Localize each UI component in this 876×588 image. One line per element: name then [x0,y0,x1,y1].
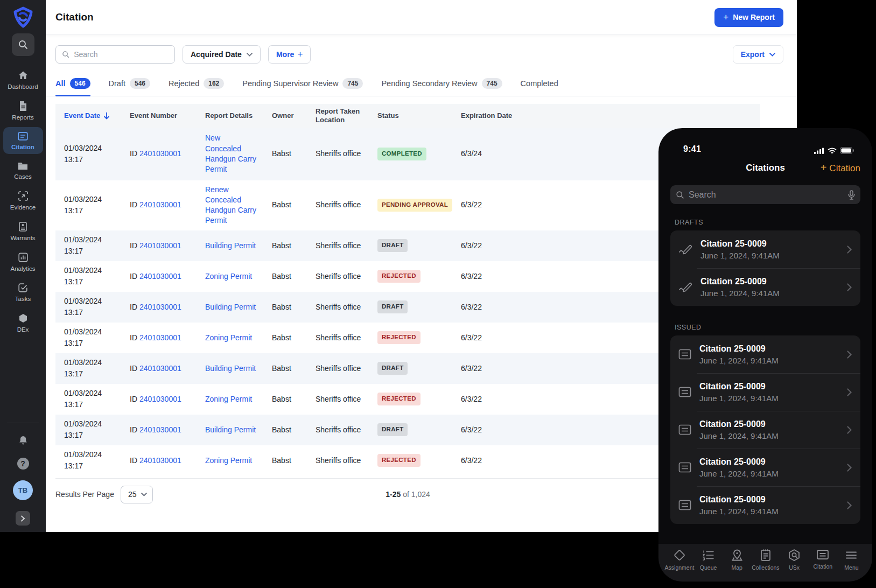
sidebar-item-analytics[interactable]: Analytics [3,248,43,276]
table-row[interactable]: 01/03/2024 13:17 ID 2401030001 Zoning Pe… [55,323,760,353]
event-number-link[interactable]: 2401030001 [139,149,181,158]
table-row[interactable]: 01/03/2024 13:17 ID 2401030001 Building … [55,415,760,445]
sidebar-search-button[interactable] [12,33,34,56]
column-header-owner[interactable]: Owner [263,108,307,123]
column-header-event-date[interactable]: Event Date [55,108,121,123]
report-details-link[interactable]: Renew Concealed Handgun Carry Permit [205,185,256,225]
sidebar-item-evidence[interactable]: Evidence [3,186,43,214]
table-row[interactable]: 01/03/2024 13:17 ID 2401030001 Building … [55,230,760,261]
more-filters-button[interactable]: More + [268,45,311,64]
event-number-link[interactable]: 2401030001 [139,303,181,311]
search-box[interactable] [55,45,175,64]
export-button[interactable]: Export [733,45,783,64]
column-header-location[interactable]: Report Taken Location [307,104,369,128]
draft-citation-item[interactable]: Citation 25-0009 June 1, 2024, 9:41AM [670,230,860,268]
event-date-cell: 01/03/2024 13:17 [55,139,121,169]
microphone-icon[interactable] [848,190,855,200]
tab-label: Pending Secondary Review [381,79,477,88]
tab[interactable]: Completed [521,78,558,96]
help-icon[interactable]: ? [17,458,29,470]
notifications-bell-icon[interactable] [18,435,29,446]
issued-card: Citation 25-0009 June 1, 2024, 9:41AM Ci… [670,335,860,524]
plus-icon: + [297,49,303,60]
event-number-link[interactable]: 2401030001 [139,425,181,434]
status-badge: DRAFT [377,239,408,252]
event-number-link[interactable]: 2401030001 [139,395,181,403]
sidebar-item-reports[interactable]: Reports [3,96,43,124]
table-row[interactable]: 01/03/2024 13:17 ID 2401030001 Zoning Pe… [55,445,760,476]
issued-citation-item[interactable]: Citation 25-0009 June 1, 2024, 9:41AM [670,411,860,449]
report-details-cell: Building Permit [197,298,263,317]
report-details-link[interactable]: Building Permit [205,303,256,311]
brand-logo-icon [12,5,34,29]
report-details-link[interactable]: Zoning Permit [205,395,252,403]
report-details-link[interactable]: Building Permit [205,364,256,373]
acquired-date-filter-button[interactable]: Acquired Date [183,45,261,64]
issued-citation-item[interactable]: Citation 25-0009 June 1, 2024, 9:41AM [670,449,860,486]
event-number-link[interactable]: 2401030001 [139,272,181,281]
draft-pencil-icon [678,243,692,255]
table-row[interactable]: 01/03/2024 13:17 ID 2401030001 Zoning Pe… [55,384,760,415]
new-report-button[interactable]: + New Report [714,8,783,27]
tabbar-item-collections[interactable]: Collections [751,549,780,582]
search-input[interactable] [74,50,169,59]
sidebar-item-cases[interactable]: Cases [3,157,43,184]
event-number-link[interactable]: 2401030001 [139,456,181,465]
tab[interactable]: Pending Supervisor Review 745 [242,78,363,96]
add-citation-button[interactable]: + Citation [821,163,860,174]
table-row[interactable]: 01/03/2024 13:17 ID 2401030001 Building … [55,353,760,384]
results-range: 1-25 of 1,024 [386,490,430,499]
column-header-event-number[interactable]: Event Number [121,108,197,123]
tab[interactable]: All 546 [55,78,90,96]
report-details-link[interactable]: Zoning Permit [205,456,252,465]
event-number-link[interactable]: 2401030001 [139,333,181,342]
tabbar-item-assignment[interactable]: Assignment [665,549,694,582]
tab[interactable]: Draft 546 [109,78,150,96]
report-details-cell: Building Permit [197,421,263,439]
status-badge: DRAFT [377,423,408,436]
avatar[interactable]: TB [13,480,33,500]
reports-table: Event Date Event Number Report Details O… [55,104,760,476]
column-header-status[interactable]: Status [369,108,452,123]
sidebar-item-citation[interactable]: Citation [3,127,43,154]
checkbox-icon [18,283,27,292]
column-header-report-details[interactable]: Report Details [197,108,263,123]
sidebar-item-dex[interactable]: DEx [3,309,43,337]
event-number-link[interactable]: 2401030001 [139,364,181,373]
report-details-link[interactable]: Building Permit [205,425,256,434]
issued-citation-item[interactable]: Citation 25-0009 June 1, 2024, 9:41AM [670,486,860,524]
phone-search-bar[interactable] [670,185,860,204]
sidebar-item-warrants[interactable]: Warrants [3,217,43,245]
status-badge: DRAFT [377,300,408,313]
sidebar-item-dashboard[interactable]: Dashboard [3,66,43,94]
report-details-link[interactable]: New Concealed Handgun Carry Permit [205,134,256,173]
table-row[interactable]: 01/03/2024 13:17 ID 2401030001 Zoning Pe… [55,261,760,292]
phone-search-input[interactable] [689,190,844,200]
tabbar-item-citation[interactable]: Citation [809,549,837,582]
issued-citation-item[interactable]: Citation 25-0009 June 1, 2024, 9:41AM [670,373,860,411]
tabbar-item-map[interactable]: Map [723,549,751,582]
table-row[interactable]: 01/03/2024 13:17 ID 2401030001 Renew Con… [55,180,760,230]
event-date-cell: 01/03/2024 13:17 [55,230,121,261]
draft-citation-item[interactable]: Citation 25-0009 June 1, 2024, 9:41AM [670,268,860,306]
status-cell: REJECTED [369,388,452,410]
owner-cell: Babst [263,451,307,470]
sidebar-expand-button[interactable] [16,511,30,526]
report-details-link[interactable]: Zoning Permit [205,333,252,342]
table-row[interactable]: 01/03/2024 13:17 ID 2401030001 New Conce… [55,128,760,180]
event-number-link[interactable]: 2401030001 [139,241,181,250]
column-header-expiration[interactable]: Expiration Date [452,108,522,123]
report-details-link[interactable]: Zoning Permit [205,272,252,281]
table-row[interactable]: 01/03/2024 13:17 ID 2401030001 Building … [55,292,760,323]
page-size-select[interactable]: 25 [121,486,153,503]
issued-citation-item[interactable]: Citation 25-0009 June 1, 2024, 9:41AM [670,335,860,373]
tabbar-item-menu[interactable]: Menu [837,549,866,582]
sidebar-item-tasks[interactable]: Tasks [3,278,43,306]
tabbar-item-queue[interactable]: Queue [694,549,723,582]
tab[interactable]: Pending Secondary Review 745 [381,78,502,96]
event-number-cell: ID 2401030001 [121,328,197,347]
report-details-link[interactable]: Building Permit [205,241,256,250]
tabbar-item-usx[interactable]: USx [780,549,809,582]
tab[interactable]: Rejected 162 [169,78,224,96]
event-number-link[interactable]: 2401030001 [139,200,181,209]
